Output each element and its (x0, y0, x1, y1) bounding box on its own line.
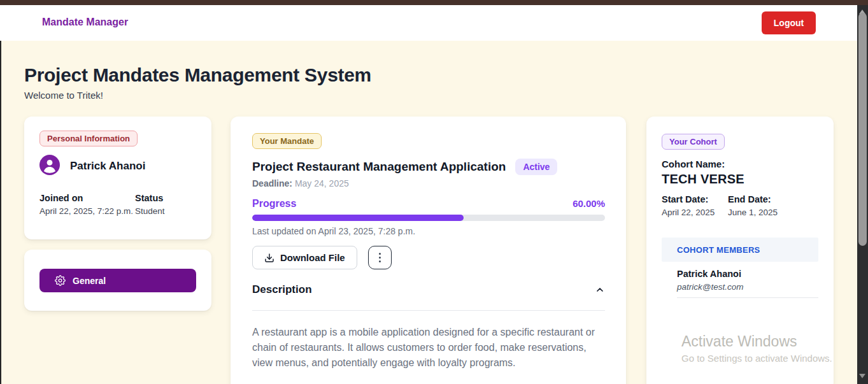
nav-card: General (24, 250, 211, 311)
mandate-card: Your Mandate Project Restaurant Manageme… (231, 117, 626, 384)
deadline-value: May 24, 2025 (295, 178, 349, 188)
download-file-button[interactable]: Download File (252, 246, 357, 269)
progress-bar (252, 215, 605, 221)
personal-details: Joined on April 22, 2025, 7:22 p.m. Stat… (39, 193, 165, 216)
profile-row: Patrick Ahanoi (39, 155, 145, 178)
cohort-card: Your Cohort Cohort Name: TECH VERSE Star… (646, 117, 834, 384)
user-avatar-icon (39, 155, 60, 178)
member-divider (677, 297, 818, 298)
cohort-members-title: COHORT MEMBERS (677, 245, 760, 255)
description-toggle[interactable]: Description (252, 283, 605, 296)
vertical-scrollbar[interactable] (857, 5, 868, 384)
start-date-value: April 22, 2025 (662, 208, 728, 217)
general-nav-label: General (73, 276, 106, 286)
download-icon (264, 253, 274, 263)
chevron-up-icon[interactable] (595, 285, 605, 295)
window-left-edge (0, 5, 1, 384)
member-email: patrick@test.com (677, 282, 743, 292)
window-top-strip (0, 0, 868, 5)
progress-label: Progress (252, 198, 296, 210)
scrollbar-thumb[interactable] (858, 13, 867, 246)
download-file-label: Download File (280, 252, 345, 263)
last-updated-text: Last updated on April 23, 2025, 7:28 p.m… (252, 226, 415, 236)
general-nav-button[interactable]: General (39, 269, 196, 292)
page-subtitle: Welcome to Tritek! (24, 90, 103, 101)
cohort-members-header: COHORT MEMBERS (662, 238, 818, 262)
deadline-label: Deadline: (252, 178, 292, 188)
progress-percent: 60.00% (573, 198, 605, 209)
member-name: Patrick Ahanoi (677, 269, 741, 279)
cohort-name-label: Cohort Name: (662, 159, 725, 169)
cohort-name-value: TECH VERSE (662, 172, 744, 187)
mandate-status-badge: Active (515, 159, 557, 175)
end-date-value: June 1, 2025 (728, 208, 778, 217)
brand-logo[interactable]: Mandate Manager (42, 17, 128, 28)
navbar: Mandate Manager Logout (0, 5, 857, 41)
cohort-dates: Start Date: April 22, 2025 End Date: Jun… (662, 194, 778, 217)
your-mandate-badge: Your Mandate (252, 133, 322, 149)
description-text: A restaurant app is a mobile application… (252, 325, 601, 371)
status-label: Status (135, 193, 165, 203)
user-name: Patrick Ahanoi (70, 160, 145, 173)
gear-icon (55, 275, 66, 286)
mandate-options-button[interactable] (368, 246, 392, 269)
personal-info-card: Personal Information Patrick Ahanoi Join… (24, 117, 211, 239)
scroll-down-icon[interactable] (859, 374, 865, 378)
mandate-deadline: Deadline: May 24, 2025 (252, 178, 349, 188)
description-divider (252, 310, 605, 311)
joined-label: Joined on (39, 193, 135, 203)
end-date-label: End Date: (728, 194, 778, 204)
your-cohort-badge: Your Cohort (662, 134, 725, 150)
start-date-label: Start Date: (662, 194, 728, 204)
status-value: Student (135, 206, 165, 216)
description-heading: Description (252, 283, 312, 296)
progress-fill (252, 215, 464, 221)
personal-info-badge: Personal Information (39, 131, 138, 146)
logout-button[interactable]: Logout (762, 11, 816, 34)
mandate-title: Project Restaurant Management Applicatio… (252, 160, 506, 174)
kebab-menu-icon (379, 253, 381, 255)
joined-value: April 22, 2025, 7:22 p.m. (39, 206, 135, 216)
page-title: Project Mandates Management System (24, 64, 371, 86)
